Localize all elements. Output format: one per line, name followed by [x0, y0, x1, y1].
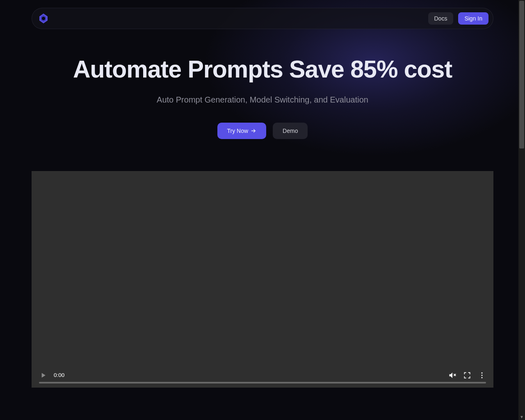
try-now-label: Try Now: [227, 128, 249, 134]
fullscreen-icon[interactable]: [463, 371, 471, 379]
video-controls: 0:00: [32, 365, 493, 388]
video-player[interactable]: 0:00: [32, 171, 493, 388]
hero-section: Automate Prompts Save 85% cost Auto Prom…: [0, 56, 525, 139]
hero-subtitle: Auto Prompt Generation, Model Switching,…: [16, 95, 509, 105]
hero-actions: Try Now Demo: [16, 123, 509, 139]
more-icon[interactable]: [478, 371, 486, 379]
nav-actions: Docs Sign In: [428, 12, 489, 25]
docs-button[interactable]: Docs: [428, 12, 454, 25]
svg-point-5: [482, 374, 483, 376]
svg-point-4: [482, 372, 483, 374]
svg-point-0: [42, 17, 45, 20]
scroll-down-icon[interactable]: ▼: [518, 413, 525, 420]
hero-title: Automate Prompts Save 85% cost: [16, 56, 509, 83]
try-now-button[interactable]: Try Now: [217, 123, 267, 139]
mute-icon[interactable]: [448, 371, 457, 379]
arrow-right-icon: [251, 128, 256, 134]
logo-icon[interactable]: [38, 13, 49, 24]
video-time: 0:00: [54, 372, 64, 378]
demo-button[interactable]: Demo: [273, 123, 308, 139]
top-nav: Docs Sign In: [32, 8, 493, 29]
svg-point-6: [482, 377, 483, 378]
play-icon[interactable]: [39, 371, 47, 379]
video-progress-bar[interactable]: [39, 382, 486, 383]
signin-button[interactable]: Sign In: [458, 12, 488, 25]
